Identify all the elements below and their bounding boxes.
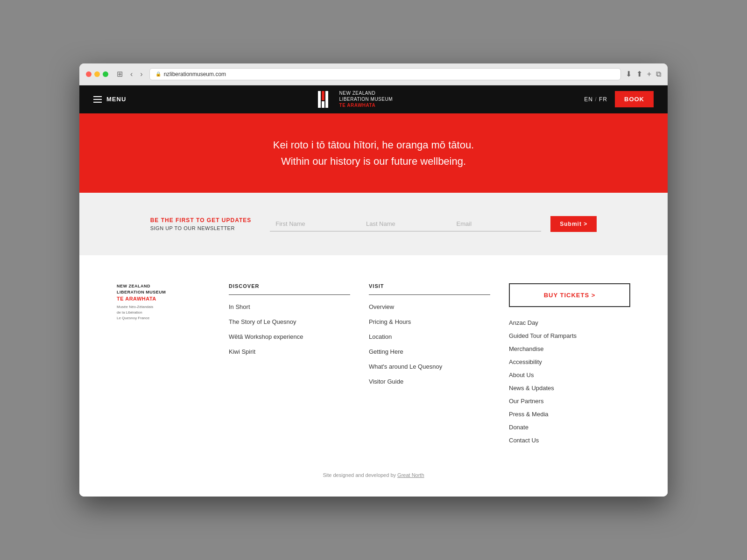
site-content: Menu New Zealand Liberation Museum Te Ar…: [79, 85, 668, 497]
hamburger-icon: [93, 96, 102, 103]
browser-dots: [86, 71, 108, 77]
list-item: Donate: [509, 423, 630, 431]
list-item: Press & Media: [509, 410, 630, 418]
footer-logo: New Zealand Liberation Museum Te Arawhat…: [117, 283, 210, 444]
visit-getting-here[interactable]: Getting Here: [369, 348, 403, 355]
lang-fr[interactable]: FR: [599, 96, 607, 103]
list-item: Contact Us: [509, 436, 630, 444]
svg-rect-3: [322, 101, 324, 108]
svg-rect-0: [318, 91, 321, 108]
list-item: Kiwi Spirit: [229, 347, 350, 356]
logo-line1: New Zealand: [339, 90, 393, 96]
svg-rect-1: [322, 91, 324, 100]
list-item: Accessibility: [509, 357, 630, 366]
visit-around[interactable]: What's around Le Quesnoy: [369, 363, 442, 370]
footer-logo-line1: New Zealand: [117, 284, 150, 288]
visit-title: Visit: [369, 283, 490, 295]
browser-window: ⊞ ‹ › 🔒 nzliberationmuseum.com ⬇ ⬆ + ⧉ M…: [79, 63, 668, 497]
logo-text: New Zealand Liberation Museum Te Arawhat…: [339, 90, 393, 108]
list-item: News & Updates: [509, 384, 630, 392]
link-anzac[interactable]: Anzac Day: [509, 319, 538, 326]
site-footer: New Zealand Liberation Museum Te Arawhat…: [79, 255, 668, 497]
link-accessibility[interactable]: Accessibility: [509, 358, 542, 365]
hero-line2: Within our history is our future wellbei…: [281, 155, 466, 167]
link-partners[interactable]: Our Partners: [509, 398, 543, 405]
list-item: Guided Tour of Ramparts: [509, 331, 630, 340]
newsletter-heading: Be the first to get updates Sign up to o…: [150, 217, 252, 231]
new-tab-icon[interactable]: +: [647, 70, 651, 78]
visit-guide[interactable]: Visitor Guide: [369, 378, 403, 385]
footer-right-nav: Anzac Day Guided Tour of Ramparts Mercha…: [509, 318, 630, 444]
last-name-input[interactable]: [360, 217, 451, 231]
site-nav: Menu New Zealand Liberation Museum Te Ar…: [79, 85, 668, 113]
back-icon[interactable]: ‹: [128, 69, 134, 79]
email-input[interactable]: [451, 217, 542, 231]
link-press[interactable]: Press & Media: [509, 411, 549, 418]
hero-text: Kei roto i tō tātou hītori, he oranga mō…: [93, 137, 654, 169]
url-text: nzliberationmuseum.com: [164, 71, 226, 77]
link-donate[interactable]: Donate: [509, 424, 529, 431]
nav-logo[interactable]: New Zealand Liberation Museum Te Arawhat…: [318, 90, 393, 108]
discover-story[interactable]: The Story of Le Quesnoy: [229, 318, 296, 325]
svg-rect-2: [325, 91, 328, 108]
footer-logo-te: Te Arawhata: [117, 296, 210, 301]
newsletter-title: Be the first to get updates: [150, 217, 252, 224]
language-selector[interactable]: EN / FR: [584, 96, 607, 103]
menu-label: Menu: [106, 96, 126, 103]
list-item: The Story of Le Quesnoy: [229, 317, 350, 326]
list-item: Getting Here: [369, 347, 490, 356]
logo-line2: Liberation Museum: [339, 96, 393, 102]
tabs-icon[interactable]: ⧉: [656, 70, 661, 78]
first-name-input[interactable]: [270, 217, 360, 231]
footer-right-col: Buy Tickets > Anzac Day Guided Tour of R…: [509, 283, 630, 444]
close-dot[interactable]: [86, 71, 92, 77]
book-button[interactable]: Book: [615, 91, 654, 107]
visit-pricing[interactable]: Pricing & Hours: [369, 318, 411, 325]
minimize-dot[interactable]: [94, 71, 100, 77]
downloads-icon[interactable]: ⬇: [626, 70, 632, 78]
list-item: About Us: [509, 371, 630, 379]
link-contact[interactable]: Contact Us: [509, 437, 539, 444]
list-item: Location: [369, 332, 490, 341]
newsletter-form: Submit >: [270, 216, 597, 232]
menu-toggle[interactable]: Menu: [93, 96, 126, 103]
nav-right: EN / FR Book: [584, 91, 654, 107]
lang-separator: /: [595, 96, 599, 103]
list-item: What's around Le Quesnoy: [369, 362, 490, 371]
list-item: Pricing & Hours: [369, 317, 490, 326]
footer-credit-link[interactable]: Great North: [397, 472, 424, 478]
footer-discover-col: Discover In Short The Story of Le Quesno…: [229, 283, 350, 444]
footer-logo-line2: Liberation Museum: [117, 290, 166, 294]
hero-line1: Kei roto i tō tātou hītori, he oranga mō…: [273, 139, 474, 151]
footer-grid: New Zealand Liberation Museum Te Arawhat…: [117, 283, 630, 444]
lang-en[interactable]: EN: [584, 96, 593, 103]
hero-banner: Kei roto i tō tātou hītori, he oranga mō…: [79, 113, 668, 193]
discover-nav-list: In Short The Story of Le Quesnoy Wētā Wo…: [229, 302, 350, 356]
address-bar[interactable]: 🔒 nzliberationmuseum.com: [149, 68, 621, 80]
footer-credit-text: Site designed and developed by: [323, 472, 397, 478]
newsletter-section: Be the first to get updates Sign up to o…: [79, 193, 668, 255]
browser-right-controls: ⬇ ⬆ + ⧉: [626, 70, 661, 78]
footer-logo-subtitle: Musée Néo-Zélandaisde la LibérationLe Qu…: [117, 304, 210, 321]
visit-overview[interactable]: Overview: [369, 303, 394, 310]
maximize-dot[interactable]: [103, 71, 108, 77]
link-news[interactable]: News & Updates: [509, 385, 554, 392]
share-icon[interactable]: ⬆: [636, 70, 642, 78]
discover-kiwi[interactable]: Kiwi Spirit: [229, 348, 255, 355]
discover-in-short[interactable]: In Short: [229, 303, 250, 310]
forward-icon[interactable]: ›: [138, 69, 144, 79]
discover-weta[interactable]: Wētā Workshop experience: [229, 333, 303, 340]
link-merchandise[interactable]: Merchandise: [509, 345, 543, 352]
list-item: Our Partners: [509, 397, 630, 405]
newsletter-subtitle: Sign up to our newsletter: [150, 225, 252, 231]
lock-icon: 🔒: [155, 71, 161, 77]
footer-logo-text: New Zealand Liberation Museum: [117, 283, 210, 295]
link-guided-tour[interactable]: Guided Tour of Ramparts: [509, 332, 577, 339]
footer-visit-col: Visit Overview Pricing & Hours Location …: [369, 283, 490, 444]
visit-location[interactable]: Location: [369, 333, 392, 340]
buy-tickets-button[interactable]: Buy Tickets >: [509, 283, 630, 307]
submit-button[interactable]: Submit >: [550, 216, 597, 232]
sidebar-toggle-icon[interactable]: ⊞: [115, 69, 125, 79]
link-about-us[interactable]: About Us: [509, 371, 534, 378]
visit-nav-list: Overview Pricing & Hours Location Gettin…: [369, 302, 490, 385]
